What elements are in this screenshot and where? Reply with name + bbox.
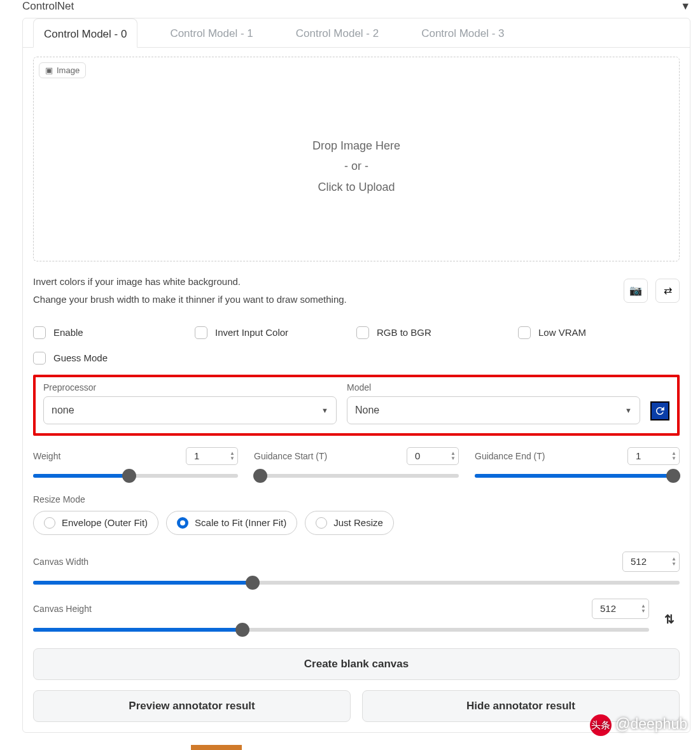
watermark-text: @deephub — [615, 716, 687, 732]
model-select[interactable]: None ▼ — [347, 396, 640, 424]
image-dropzone[interactable]: ▣ Image Drop Image Here - or - Click to … — [33, 57, 680, 261]
canvas-width-value: 512 — [631, 556, 647, 567]
preprocessor-select[interactable]: none ▼ — [43, 396, 337, 424]
image-icon: ▣ — [45, 66, 53, 75]
preprocessor-label: Preprocessor — [43, 382, 337, 392]
weight-value: 1 — [194, 450, 199, 461]
image-tag: ▣ Image — [39, 62, 86, 78]
stepper-icon: ▲▼ — [230, 451, 235, 461]
canvas-height-value: 512 — [600, 603, 616, 614]
swap-button[interactable]: ⇄ — [655, 279, 680, 303]
model-label: Model — [347, 382, 640, 392]
guidance-end-value: 1 — [636, 450, 641, 461]
radio-envelope-label: Envelope (Outer Fit) — [62, 517, 148, 528]
canvas-height-input[interactable]: 512▲▼ — [592, 599, 649, 619]
weight-slider[interactable] — [33, 474, 238, 478]
check-guess-label: Guess Mode — [53, 352, 108, 363]
check-low-vram[interactable]: Low VRAM — [518, 326, 680, 339]
chevron-down-icon: ▼ — [625, 406, 632, 414]
hint-brush: Change your brush width to make it thinn… — [33, 291, 347, 309]
guidance-start-slider[interactable] — [254, 474, 459, 478]
radio-resize-label: Just Resize — [333, 517, 383, 528]
canvas-height-slider[interactable] — [33, 628, 649, 632]
collapse-icon[interactable]: ▼ — [680, 1, 690, 12]
radio-just-resize[interactable]: Just Resize — [305, 511, 394, 535]
swap-dimensions-button[interactable]: ⇅ — [659, 608, 680, 632]
check-vram-label: Low VRAM — [538, 327, 586, 338]
tab-model-3[interactable]: Control Model - 3 — [411, 18, 514, 47]
camera-button[interactable]: 📷 — [624, 279, 648, 303]
refresh-icon — [654, 405, 666, 417]
image-tag-label: Image — [57, 66, 80, 75]
tab-model-1[interactable]: Control Model - 1 — [160, 18, 263, 47]
weight-label: Weight — [33, 451, 60, 461]
chevron-down-icon: ▼ — [321, 406, 328, 414]
check-invert-label: Invert Input Color — [215, 327, 288, 338]
radio-envelope[interactable]: Envelope (Outer Fit) — [33, 511, 158, 535]
canvas-width-slider[interactable] — [33, 581, 680, 585]
checkbox-icon — [33, 352, 46, 365]
guidance-start-input[interactable]: 0▲▼ — [407, 447, 459, 465]
radio-icon — [316, 517, 327, 529]
watermark: 头条@deephub — [590, 714, 687, 736]
stepper-icon: ▲▼ — [641, 604, 646, 614]
check-guess-mode[interactable]: Guess Mode — [33, 352, 195, 365]
checkbox-icon — [518, 326, 531, 339]
tab-model-2[interactable]: Control Model - 2 — [286, 18, 389, 47]
guidance-end-input[interactable]: 1▲▼ — [627, 447, 680, 465]
radio-icon — [44, 517, 55, 529]
drop-line3: Click to Upload — [39, 177, 674, 197]
stepper-icon: ▲▼ — [671, 557, 676, 567]
stepper-icon: ▲▼ — [671, 451, 676, 461]
hint-invert: Invert colors if your image has white ba… — [33, 273, 347, 291]
guidance-end-label: Guidance End (T) — [475, 451, 545, 461]
model-tabs: Control Model - 0 Control Model - 1 Cont… — [23, 18, 690, 48]
resize-mode-label: Resize Mode — [33, 494, 680, 504]
weight-input[interactable]: 1▲▼ — [186, 447, 238, 465]
guidance-start-value: 0 — [415, 450, 420, 461]
model-selection-highlight: Preprocessor none ▼ Model None ▼ — [33, 375, 680, 436]
check-enable-label: Enable — [53, 327, 83, 338]
checkbox-icon — [33, 326, 46, 339]
preprocessor-value: none — [52, 405, 74, 416]
watermark-logo-icon: 头条 — [590, 714, 612, 736]
check-invert-input[interactable]: Invert Input Color — [195, 326, 356, 339]
check-enable[interactable]: Enable — [33, 326, 195, 339]
preview-annotator-button[interactable]: Preview annotator result — [33, 690, 351, 722]
checkbox-icon — [356, 326, 369, 339]
canvas-height-label: Canvas Height — [33, 604, 92, 614]
tab-model-0[interactable]: Control Model - 0 — [33, 18, 137, 48]
sort-icon: ⇅ — [664, 612, 675, 627]
panel-title: ControlNet — [22, 0, 74, 13]
drop-line1: Drop Image Here — [39, 135, 674, 156]
bottom-bar — [191, 745, 242, 746]
radio-scale-label: Scale to Fit (Inner Fit) — [195, 517, 286, 528]
canvas-width-label: Canvas Width — [33, 557, 88, 567]
radio-icon — [177, 517, 188, 529]
canvas-width-input[interactable]: 512▲▼ — [622, 552, 680, 572]
swap-icon: ⇄ — [664, 284, 672, 296]
radio-scale-fit[interactable]: Scale to Fit (Inner Fit) — [166, 511, 297, 535]
model-value: None — [355, 405, 379, 416]
stepper-icon: ▲▼ — [451, 451, 456, 461]
refresh-models-button[interactable] — [650, 401, 669, 420]
camera-icon: 📷 — [629, 284, 642, 296]
drop-line2: - or - — [39, 156, 674, 176]
create-blank-canvas-button[interactable]: Create blank canvas — [33, 648, 680, 680]
guidance-start-label: Guidance Start (T) — [254, 451, 327, 461]
guidance-end-slider[interactable] — [475, 474, 680, 478]
controlnet-panel: Control Model - 0 Control Model - 1 Cont… — [22, 18, 690, 733]
check-rgb-bgr[interactable]: RGB to BGR — [356, 326, 518, 339]
check-rgb-label: RGB to BGR — [377, 327, 431, 338]
checkbox-icon — [195, 326, 207, 339]
